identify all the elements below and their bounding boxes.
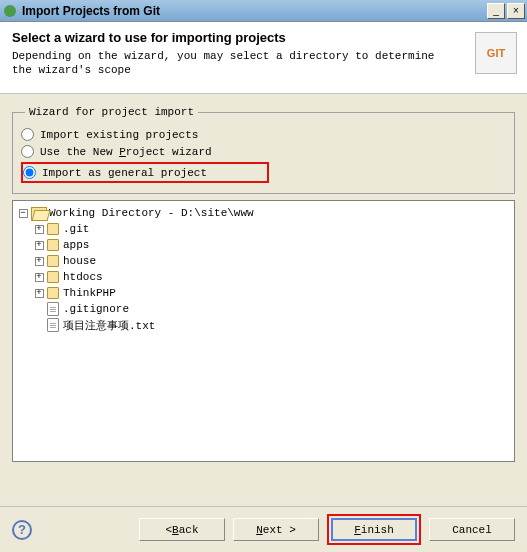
group-legend: Wizard for project import — [25, 106, 198, 118]
tree-item-label: .gitignore — [63, 303, 129, 315]
tree-root-label: Working Directory - D:\site\www — [49, 207, 254, 219]
tree-item-label: 项目注意事项.txt — [63, 318, 155, 333]
titlebar: Import Projects from Git _ × — [0, 0, 527, 22]
git-logo: GIT — [475, 32, 517, 74]
radio-general-label: Import as general project — [42, 167, 207, 179]
tree-item[interactable]: +.git — [15, 221, 512, 237]
tree-item[interactable]: +ThinkPHP — [15, 285, 512, 301]
expander-icon[interactable]: + — [35, 241, 44, 250]
radio-general-input[interactable] — [23, 166, 36, 179]
expander-icon[interactable]: − — [19, 209, 28, 218]
app-icon — [2, 3, 18, 19]
window-title: Import Projects from Git — [22, 4, 485, 18]
finish-highlight: Finish — [327, 514, 421, 545]
tree-root[interactable]: − Working Directory - D:\site\www — [15, 205, 512, 221]
tree-item[interactable]: .gitignore — [15, 301, 512, 317]
help-button[interactable]: ? — [12, 520, 32, 540]
tree-item-label: htdocs — [63, 271, 103, 283]
expander-icon[interactable]: + — [35, 273, 44, 282]
tree-item[interactable]: +htdocs — [15, 269, 512, 285]
button-bar: ? < Back Next > Finish Cancel — [0, 506, 527, 552]
tree-item[interactable]: +house — [15, 253, 512, 269]
folder-open-icon — [31, 207, 45, 219]
tree-item-label: ThinkPHP — [63, 287, 116, 299]
tree-item[interactable]: +apps — [15, 237, 512, 253]
folder-icon — [47, 287, 59, 299]
radio-new-project-wizard[interactable]: Use the New Project wizard — [21, 143, 506, 160]
tree-item-label: .git — [63, 223, 89, 235]
expander-icon[interactable]: + — [35, 225, 44, 234]
next-button[interactable]: Next > — [233, 518, 319, 541]
radio-general-highlight: Import as general project — [21, 162, 269, 183]
folder-icon — [47, 271, 59, 283]
minimize-button[interactable]: _ — [487, 3, 505, 19]
radio-existing-label: Import existing projects — [40, 129, 198, 141]
close-button[interactable]: × — [507, 3, 525, 19]
file-icon — [47, 318, 59, 332]
wizard-options-group: Wizard for project import Import existin… — [12, 106, 515, 194]
finish-button[interactable]: Finish — [331, 518, 417, 541]
radio-existing-input[interactable] — [21, 128, 34, 141]
page-title: Select a wizard to use for importing pro… — [12, 30, 515, 45]
wizard-header: Select a wizard to use for importing pro… — [0, 22, 527, 94]
folder-icon — [47, 223, 59, 235]
cancel-button[interactable]: Cancel — [429, 518, 515, 541]
tree-item-label: house — [63, 255, 96, 267]
folder-icon — [47, 239, 59, 251]
page-description: Depending on the wizard, you may select … — [12, 49, 515, 78]
radio-import-existing[interactable]: Import existing projects — [21, 126, 506, 143]
folder-icon — [47, 255, 59, 267]
file-icon — [47, 302, 59, 316]
expander-icon[interactable]: + — [35, 289, 44, 298]
svg-point-0 — [4, 5, 16, 17]
tree-item[interactable]: 项目注意事项.txt — [15, 317, 512, 333]
tree-item-label: apps — [63, 239, 89, 251]
content-area: Wizard for project import Import existin… — [0, 94, 527, 474]
radio-import-general[interactable]: Import as general project — [23, 164, 207, 181]
radio-new-input[interactable] — [21, 145, 34, 158]
back-button[interactable]: < Back — [139, 518, 225, 541]
radio-new-label: Use the New Project wizard — [40, 146, 212, 158]
expander-icon[interactable]: + — [35, 257, 44, 266]
directory-tree[interactable]: − Working Directory - D:\site\www +.git+… — [12, 200, 515, 462]
